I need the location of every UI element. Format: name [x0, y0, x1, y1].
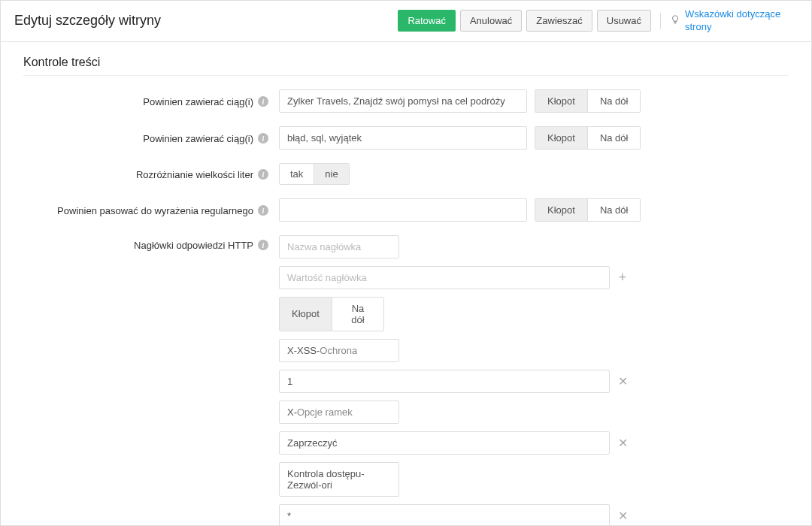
- header-name-prefix: X-XSS-: [287, 345, 320, 356]
- page-header: Edytuj szczegóły witryny Ratować Anulowa…: [1, 1, 811, 42]
- delete-button[interactable]: Usuwać: [597, 10, 651, 32]
- toggle-no[interactable]: nie: [314, 164, 348, 184]
- severity-trouble[interactable]: Kłopot: [280, 298, 332, 331]
- header-name-prefix: X-: [287, 407, 297, 418]
- severity-toggle[interactable]: Kłopot Na dół: [279, 297, 384, 331]
- severity-toggle[interactable]: Kłopot Na dół: [535, 89, 641, 113]
- header-name-display[interactable]: X-Opcje ramek: [279, 401, 399, 424]
- header-name-input[interactable]: [279, 235, 399, 258]
- severity-trouble[interactable]: Kłopot: [535, 90, 588, 112]
- remove-icon[interactable]: ✕: [616, 374, 629, 388]
- info-icon[interactable]: i: [258, 96, 268, 107]
- header-value-display[interactable]: [279, 431, 610, 455]
- severity-toggle[interactable]: Kłopot Na dół: [535, 126, 641, 150]
- header-value-input[interactable]: [279, 266, 610, 289]
- page-tips-link[interactable]: Wskazówki dotyczące strony: [685, 8, 798, 34]
- section-title: Kontrole treści: [23, 56, 789, 69]
- severity-down[interactable]: Na dół: [588, 127, 641, 149]
- cancel-button[interactable]: Anulować: [460, 10, 522, 32]
- remove-icon[interactable]: ✕: [616, 509, 629, 523]
- header-value-display[interactable]: [279, 370, 610, 393]
- remove-icon[interactable]: ✕: [616, 436, 629, 450]
- header-value-display[interactable]: [279, 504, 610, 526]
- should-contain-input-2[interactable]: [279, 126, 527, 150]
- severity-toggle[interactable]: Kłopot Na dół: [535, 198, 641, 222]
- toggle-yes[interactable]: tak: [280, 164, 314, 184]
- should-contain-input[interactable]: [279, 89, 527, 113]
- header-name-rest: Opcje ramek: [297, 407, 353, 418]
- page-title: Edytuj szczegóły witryny: [14, 13, 161, 29]
- divider: [660, 13, 661, 29]
- severity-down[interactable]: Na dół: [332, 298, 383, 331]
- header-name-full: Kontrola dostępu-Zezwól-ori: [287, 468, 365, 491]
- severity-trouble[interactable]: Kłopot: [535, 127, 588, 149]
- info-icon[interactable]: i: [258, 133, 268, 144]
- header-name-display[interactable]: Kontrola dostępu-Zezwól-ori: [279, 462, 399, 497]
- section-divider: [23, 75, 789, 76]
- case-sensitive-toggle[interactable]: tak nie: [279, 163, 350, 185]
- save-button[interactable]: Ratować: [398, 10, 456, 32]
- header-actions: Ratować Anulować Zawieszać Usuwać Wskazó…: [398, 8, 798, 34]
- bulb-icon: [670, 14, 680, 27]
- info-icon[interactable]: i: [258, 169, 268, 180]
- info-icon[interactable]: i: [258, 205, 268, 216]
- info-icon[interactable]: i: [258, 240, 268, 250]
- severity-trouble[interactable]: Kłopot: [535, 199, 588, 221]
- severity-down[interactable]: Na dół: [588, 199, 641, 221]
- label-regex: Powinien pasować do wyrażenia regularneg…: [57, 205, 253, 216]
- header-name-display[interactable]: X-XSS-Ochrona: [279, 339, 399, 362]
- label-should-contain: Powinien zawierać ciąg(i): [143, 96, 253, 107]
- label-case-sensitive: Rozróżnianie wielkości liter: [136, 169, 253, 180]
- add-icon[interactable]: +: [616, 270, 629, 286]
- severity-down[interactable]: Na dół: [588, 90, 641, 112]
- header-name-rest: Ochrona: [320, 345, 357, 356]
- label-http-headers: Nagłówki odpowiedzi HTTP: [134, 240, 253, 251]
- label-should-contain-2: Powinien zawierać ciąg(i): [143, 133, 253, 144]
- regex-input[interactable]: [279, 198, 527, 222]
- suspend-button[interactable]: Zawieszać: [526, 10, 592, 32]
